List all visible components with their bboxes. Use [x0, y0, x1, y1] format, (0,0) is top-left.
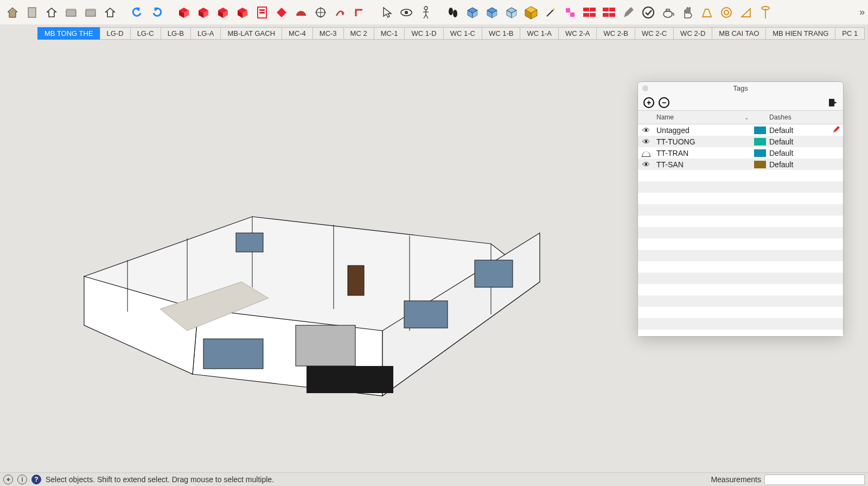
tag-dashes[interactable]: Default [766, 126, 830, 135]
tag-dashes[interactable]: Default [766, 137, 830, 146]
wand-icon[interactable] [542, 4, 559, 21]
edit-icon[interactable] [830, 125, 843, 135]
visibility-toggle[interactable] [638, 160, 654, 169]
cube-down-icon[interactable] [484, 4, 500, 21]
add-tag-button[interactable]: + [643, 97, 654, 108]
measurements-label: Measurements [711, 475, 761, 484]
svg-point-73 [722, 8, 731, 17]
open-icon[interactable] [24, 4, 40, 21]
redo-icon[interactable] [149, 4, 165, 21]
tag-color-swatch[interactable] [754, 149, 766, 157]
diamond-red-icon[interactable] [273, 4, 290, 21]
visibility-toggle[interactable] [638, 137, 654, 146]
credits-icon[interactable]: i [17, 475, 27, 484]
check-circle-icon[interactable] [640, 4, 656, 21]
measurements-input[interactable] [764, 475, 865, 485]
refresh-material-icon[interactable] [215, 4, 231, 21]
scene-tab-mc-1[interactable]: MC-1 [374, 27, 405, 40]
triangle-icon[interactable] [738, 4, 754, 21]
target-icon[interactable] [312, 4, 329, 21]
svg-line-37 [426, 15, 428, 18]
scene-tab-mb-cai-tao[interactable]: MB CAI TAO [712, 27, 766, 40]
tag-name[interactable]: TT-SAN [654, 160, 754, 169]
model-icon[interactable] [4, 4, 21, 21]
scene-tab-wc-2-a[interactable]: WC 2-A [558, 27, 597, 40]
tag-row[interactable]: UntaggedDefault [638, 124, 843, 136]
motion-icon[interactable] [332, 4, 348, 21]
document-red-icon[interactable] [254, 4, 270, 21]
material-red-icon[interactable] [176, 4, 192, 21]
column-name[interactable]: Name ⌄ [654, 113, 752, 121]
scene-tab-pc-1[interactable]: PC 1 [835, 27, 865, 40]
cursor-icon[interactable] [379, 4, 395, 21]
eye-icon[interactable] [398, 4, 414, 21]
tag-color-swatch[interactable] [754, 127, 766, 134]
teapot-icon[interactable] [660, 4, 676, 21]
column-dashes[interactable]: Dashes [767, 113, 830, 121]
visibility-toggle[interactable] [638, 126, 654, 135]
bricks-icon[interactable] [582, 4, 598, 21]
tag-name[interactable]: TT-TUONG [654, 137, 754, 146]
pen-icon[interactable] [621, 4, 637, 21]
box-icon[interactable] [82, 4, 99, 21]
cube-light-icon[interactable] [503, 4, 520, 21]
scene-tab-lg-c[interactable]: LG-C [130, 27, 161, 40]
footprints-icon[interactable] [445, 4, 461, 21]
scene-tab-wc-1-d[interactable]: WC 1-D [404, 27, 443, 40]
cube-blue-icon[interactable] [464, 4, 481, 21]
help-icon[interactable]: ? [31, 475, 41, 484]
cube-gold-icon[interactable] [523, 4, 539, 21]
close-icon[interactable] [642, 85, 648, 91]
scene-tab-mb-tong-the[interactable]: MB TONG THE [37, 27, 100, 40]
corner-icon[interactable] [352, 4, 368, 21]
perspective-icon[interactable] [699, 4, 715, 21]
toolbar-overflow-icon[interactable]: » [859, 7, 865, 18]
scene-tab-lg-b[interactable]: LG-B [161, 27, 191, 40]
tag-name[interactable]: Untagged [654, 126, 754, 135]
material-green-icon[interactable] [195, 4, 212, 21]
figure-icon[interactable] [418, 4, 434, 21]
tags-menu-icon[interactable] [828, 98, 838, 108]
tags-panel[interactable]: Tags + − Name ⌄ Dashes UntaggedDefaultTT… [637, 81, 844, 337]
scene-tab-wc-1-a[interactable]: WC 1-A [520, 27, 559, 40]
geolocation-icon[interactable]: ⌖ [3, 475, 13, 484]
remove-tag-button[interactable]: − [659, 97, 669, 108]
status-hint: Select objects. Shift to extend select. … [46, 475, 711, 484]
undo-icon[interactable] [129, 4, 145, 21]
svg-marker-75 [742, 9, 750, 17]
svg-point-74 [724, 10, 729, 15]
tag-row[interactable]: TT-SANDefault [638, 159, 843, 170]
semi-circle-icon[interactable] [293, 4, 309, 21]
delete-material-icon[interactable] [234, 4, 251, 21]
visibility-toggle[interactable] [638, 149, 654, 157]
scene-tab-wc-2-d[interactable]: WC 2-D [673, 27, 712, 40]
ring-icon[interactable] [718, 4, 735, 21]
scene-tab-mb-hien-trang[interactable]: MB HIEN TRANG [765, 27, 835, 40]
scene-tab-wc-2-b[interactable]: WC 2-B [596, 27, 635, 40]
scene-tab-mc-3[interactable]: MC-3 [312, 27, 344, 40]
pink-boxes-icon[interactable] [562, 4, 578, 21]
home-icon[interactable] [43, 4, 60, 21]
scene-tab-wc-2-c[interactable]: WC 2-C [635, 27, 674, 40]
tag-color-swatch[interactable] [754, 138, 766, 146]
svg-point-77 [762, 7, 769, 10]
tag-dashes[interactable]: Default [766, 149, 830, 157]
tag-name[interactable]: TT-TRAN [654, 149, 754, 157]
scene-tab-mc-2[interactable]: MC 2 [343, 27, 374, 40]
tag-color-swatch[interactable] [754, 161, 766, 168]
scene-tab-wc-1-c[interactable]: WC 1-C [443, 27, 482, 40]
scene-tab-mb-lat-gach[interactable]: MB-LAT GACH [220, 27, 282, 40]
scene-tab-mc-4[interactable]: MC-4 [282, 27, 313, 40]
scene-tab-lg-d[interactable]: LG-D [100, 27, 131, 40]
pin-icon[interactable] [757, 4, 774, 21]
tag-dashes[interactable]: Default [766, 160, 830, 169]
house-outline-icon[interactable] [102, 4, 118, 21]
tags-panel-titlebar[interactable]: Tags [638, 82, 843, 95]
folder-icon[interactable] [63, 4, 79, 21]
tag-row[interactable]: TT-TUONGDefault [638, 136, 843, 147]
scene-tab-lg-a[interactable]: LG-A [190, 27, 221, 40]
scene-tab-wc-1-b[interactable]: WC 1-B [482, 27, 521, 40]
tag-row[interactable]: TT-TRANDefault [638, 147, 843, 159]
bricks-arrow-icon[interactable] [601, 4, 617, 21]
hand-icon[interactable] [679, 4, 695, 21]
